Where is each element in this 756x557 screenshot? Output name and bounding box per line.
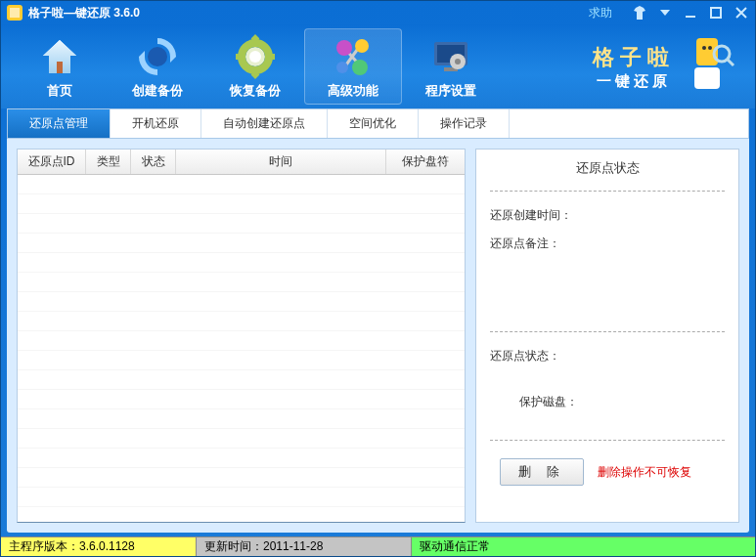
close-icon[interactable] — [734, 5, 749, 21]
home-icon — [11, 33, 109, 80]
nav-label: 创建备份 — [109, 82, 206, 100]
create-time-label: 还原创建时间： — [490, 207, 725, 224]
status-pane: 还原点状态 还原创建时间： 还原点备注： 还原点状态： 保护磁盘： 删 除 删除… — [475, 149, 739, 523]
status-update-time: 更新时间：2011-11-28 — [197, 537, 412, 556]
nav-label: 恢复备份 — [206, 82, 304, 100]
nav-create-backup[interactable]: 创建备份 — [109, 29, 206, 104]
table-body[interactable] — [18, 175, 465, 522]
action-row: 删 除 删除操作不可恢复 — [490, 458, 725, 486]
svg-point-5 — [148, 47, 167, 66]
nav-label: 首页 — [11, 82, 109, 100]
tab-boot-restore[interactable]: 开机还原 — [111, 109, 201, 138]
help-link[interactable]: 求助 — [589, 5, 612, 21]
gear-icon — [206, 33, 304, 80]
monitor-gear-icon — [402, 33, 500, 80]
svg-point-22 — [336, 62, 348, 73]
col-type[interactable]: 类型 — [86, 150, 131, 174]
status-version: 主程序版本：3.6.0.1128 — [1, 537, 197, 556]
nodes-icon — [305, 33, 401, 80]
restore-point-table: 还原点ID 类型 状态 时间 保护盘符 — [17, 149, 466, 523]
status-label: 还原点状态： — [490, 348, 725, 364]
mascot-icon — [683, 34, 735, 100]
status-driver: 驱动通信正常 — [412, 537, 755, 556]
svg-point-27 — [455, 59, 461, 64]
workarea: 还原点ID 类型 状态 时间 保护盘符 还原点状态 还原创建时间： 还原点备注：… — [7, 139, 749, 533]
status-box: 还原点状态 还原创建时间： 还原点备注： 还原点状态： 保护磁盘： 删 除 删除… — [475, 149, 739, 523]
status-title: 还原点状态 — [490, 159, 725, 191]
table-header: 还原点ID 类型 状态 时间 保护盘符 — [18, 150, 465, 175]
delete-button[interactable]: 删 除 — [500, 458, 584, 486]
svg-point-19 — [336, 40, 352, 56]
svg-rect-3 — [711, 8, 721, 18]
brand-subtitle: 一键还原 — [593, 72, 675, 91]
svg-point-20 — [355, 39, 369, 53]
nav-settings[interactable]: 程序设置 — [402, 29, 500, 104]
col-id[interactable]: 还原点ID — [18, 150, 86, 174]
nav-advanced[interactable]: 高级功能 — [304, 28, 402, 105]
titlebar: 格子啦—键还原 3.6.0 求助 — [1, 1, 755, 24]
statusbar: 主程序版本：3.6.0.1128 更新时间：2011-11-28 驱动通信正常 — [1, 536, 755, 556]
main-toolbar: 首页 创建备份 恢复备份 高级功能 程序设置 格子啦 一键还原 — [1, 24, 755, 108]
tab-operation-log[interactable]: 操作记录 — [419, 109, 510, 138]
delete-warning: 删除操作不可恢复 — [598, 464, 691, 481]
svg-point-30 — [708, 46, 712, 50]
svg-rect-31 — [694, 67, 720, 89]
nav-restore-backup[interactable]: 恢复备份 — [206, 29, 304, 104]
nav-label: 高级功能 — [305, 82, 401, 100]
skin-icon[interactable] — [632, 5, 647, 21]
svg-point-16 — [249, 51, 261, 63]
remark-label: 还原点备注： — [490, 236, 725, 252]
svg-rect-4 — [57, 62, 63, 73]
subtab-bar: 还原点管理 开机还原 自动创建还原点 空间优化 操作记录 — [7, 108, 749, 139]
window-title: 格子啦—键还原 3.6.0 — [28, 5, 140, 21]
svg-rect-2 — [686, 16, 695, 18]
col-protected-drive[interactable]: 保护盘符 — [386, 150, 465, 174]
app-icon — [7, 5, 22, 21]
maximize-icon[interactable] — [708, 5, 724, 21]
window-controls — [632, 5, 749, 21]
svg-point-21 — [352, 60, 368, 75]
svg-line-33 — [728, 60, 734, 65]
refresh-globe-icon — [109, 33, 206, 80]
minimize-icon[interactable] — [683, 5, 698, 21]
svg-rect-1 — [10, 8, 20, 18]
col-status[interactable]: 状态 — [131, 150, 176, 174]
tab-restore-point-manage[interactable]: 还原点管理 — [8, 109, 111, 138]
content-area: 还原点管理 开机还原 自动创建还原点 空间优化 操作记录 还原点ID 类型 状态… — [7, 108, 749, 533]
dropdown-icon[interactable] — [657, 5, 673, 21]
col-time[interactable]: 时间 — [176, 150, 386, 174]
brand-title: 格子啦 — [593, 43, 675, 72]
nav-label: 程序设置 — [402, 82, 500, 100]
svg-point-29 — [702, 46, 706, 50]
nav-home[interactable]: 首页 — [11, 29, 109, 104]
brand-area: 格子啦 一键还原 — [500, 34, 745, 100]
disk-label: 保护磁盘： — [490, 394, 725, 410]
tab-space-optimize[interactable]: 空间优化 — [328, 109, 419, 138]
app-window: 格子啦—键还原 3.6.0 求助 首页 创建备份 恢复备份 高级功能 — [0, 0, 756, 557]
tab-auto-create[interactable]: 自动创建还原点 — [201, 109, 328, 138]
